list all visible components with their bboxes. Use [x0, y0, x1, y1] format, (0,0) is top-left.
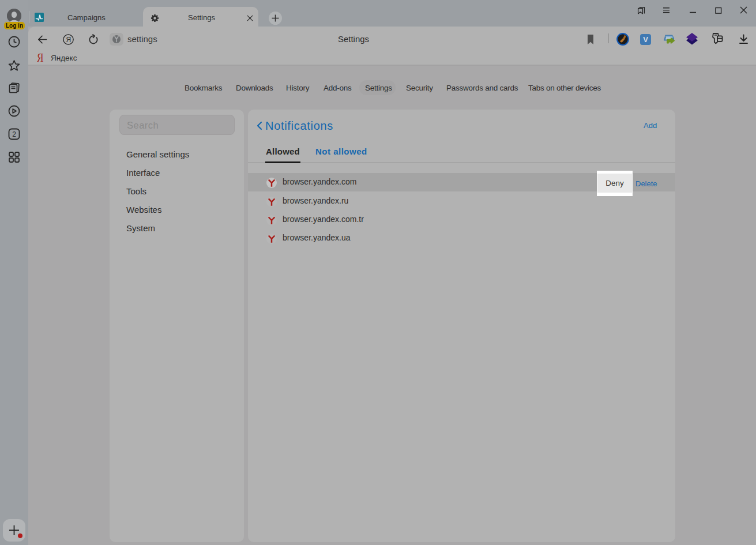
svg-text:2: 2 [12, 130, 16, 138]
